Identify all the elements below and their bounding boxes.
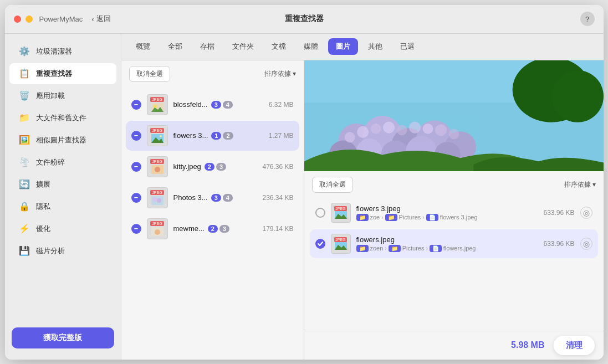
help-button[interactable]: ? [580,12,595,26]
file-badges: 1 2 [211,132,233,140]
chevron-down-icon: ▾ [592,181,596,188]
svg-point-3 [160,135,162,137]
tab-folder[interactable]: 文件夾 [224,38,262,55]
tab-media[interactable]: 媒體 [296,38,326,55]
badge-count: 4 [223,194,233,202]
list-item[interactable]: − JPEG blossfeld... 3 4 [126,90,299,120]
detail-sort-button[interactable]: 排序依據 ▾ [564,180,596,189]
tab-other[interactable]: 其他 [360,38,390,55]
preview-image [304,60,604,171]
sidebar-item-disk[interactable]: 💾 磁片分析 [9,240,116,262]
svg-point-8 [157,198,161,203]
tabs-bar: 概覽 全部 存檔 文件夾 文檔 媒體 圖片 其他 已選 [121,34,604,60]
path-separator: › [426,245,427,252]
tab-all[interactable]: 全部 [160,38,190,55]
detail-list: JPEG flowers 3.jpeg 📁 zoe › � [304,198,604,258]
remove-icon[interactable]: − [131,224,141,234]
disk-icon: 💾 [18,245,30,257]
badge-count: 3 [211,101,221,109]
folder-icon: 📁 [18,112,30,124]
badge-count: 3 [219,225,229,233]
list-item[interactable]: − JPEG mewme... 2 3 [126,214,299,244]
sidebar-item-label: 大文件和舊文件 [36,113,86,123]
list-item[interactable]: − JPEG flowers 3... 1 2 [126,121,299,151]
tab-selected[interactable]: 已選 [392,38,422,55]
close-button[interactable] [14,16,21,23]
chevron-left-icon: ‹ [91,15,94,23]
path-part: zoe [370,214,380,221]
sidebar-item-duplicate[interactable]: 📋 重複查找器 [9,63,116,84]
badge-count: 2 [223,132,233,140]
detail-toolbar: 取消全選 排序依據 ▾ [304,171,604,198]
remove-icon[interactable]: − [131,131,141,141]
tab-doc[interactable]: 文檔 [264,38,294,55]
detail-footer: 5.98 MB 清理 [304,331,604,360]
detail-item[interactable]: JPEG flowers.jpeg 📁 zoen › 📁 [310,229,598,258]
tab-overview[interactable]: 概覽 [128,38,158,55]
detail-item[interactable]: JPEG flowers 3.jpeg 📁 zoe › � [310,198,598,227]
file-thumbnail: JPEG [147,94,168,115]
shred-icon: 🌪️ [18,156,30,168]
badge-count: 3 [211,194,221,202]
detail-scroll: 取消全選 排序依據 ▾ JPEG [304,171,604,331]
app-title: PowerMyMac [39,15,83,23]
sidebar-item-uninstall[interactable]: 🗑️ 應用卸載 [9,85,116,106]
checkbox-unchecked[interactable] [315,208,325,218]
lock-icon: 🔒 [18,201,30,213]
remove-icon[interactable]: − [131,100,141,110]
optimize-icon: ⚡ [18,223,30,235]
minimize-button[interactable] [25,16,33,23]
badge-count: 3 [216,163,226,171]
sidebar-item-label: 隱私 [36,202,50,212]
file-info: kitty.jpeg 2 3 [173,162,257,171]
svg-point-33 [448,129,459,139]
sidebar-item-label: 垃圾清潔器 [36,47,72,57]
sidebar-item-label: 優化 [36,224,50,234]
sidebar-item-label: 重複查找器 [36,69,72,79]
checkbox-checked[interactable] [315,239,325,249]
detail-filename: flowers 3.jpeg [356,204,538,213]
sidebar-item-large[interactable]: 📁 大文件和舊文件 [9,107,116,129]
svg-point-25 [344,132,355,142]
list-toolbar: 取消全選 排序依據 ▾ [121,60,304,88]
badge-count: 1 [211,132,221,140]
sidebar-item-junk[interactable]: ⚙️ 垃圾清潔器 [9,41,116,62]
sidebar-item-optimize[interactable]: ⚡ 優化 [9,218,116,239]
sidebar-item-similar[interactable]: 🖼️ 相似圖片查找器 [9,130,116,151]
path-folder-icon: 📁 [356,245,369,252]
list-item[interactable]: − JPEG kitty.jpeg 2 3 [126,152,299,182]
content-area: 概覽 全部 存檔 文件夾 文檔 媒體 圖片 其他 已選 取消全選 排序依據 [121,34,604,360]
detail-path: 📁 zoen › 📁 Pictures › 📄 flowers.jpeg [356,245,538,252]
titlebar: PowerMyMac ‹ 返回 重複查找器 ? [5,5,604,34]
remove-icon[interactable]: − [131,162,141,172]
sidebar-item-shred[interactable]: 🌪️ 文件粉碎 [9,152,116,173]
split-pane: 取消全選 排序依據 ▾ − JPEG [121,60,604,360]
clean-button[interactable]: 清理 [554,336,595,355]
svg-point-10 [155,229,160,235]
get-full-version-button[interactable]: 獲取完整版 [12,327,114,348]
back-button[interactable]: ‹ 返回 [91,14,110,24]
path-separator: › [422,214,424,221]
remove-icon[interactable]: − [131,193,141,203]
file-name: Photos 3... [173,193,208,202]
detail-filename: flowers.jpeg [356,235,538,244]
path-part: zoen [370,245,384,252]
path-folder-icon: 📄 [430,245,442,252]
file-size: 476.36 KB [262,163,293,171]
detail-action-button[interactable]: ◎ [580,238,592,250]
sidebar-item-label: 文件粉碎 [36,157,65,167]
path-separator: › [381,214,383,221]
image-icon: 🖼️ [18,134,30,146]
detail-action-button[interactable]: ◎ [580,207,592,219]
deselect-all-button[interactable]: 取消全選 [129,66,170,82]
sort-button[interactable]: 排序依據 ▾ [264,69,296,79]
sidebar-item-extend[interactable]: 🔄 擴展 [9,174,116,195]
detail-thumbnail: JPEG [331,203,351,223]
svg-point-29 [396,125,407,135]
tab-archive[interactable]: 存檔 [192,38,222,55]
tab-image[interactable]: 圖片 [328,38,358,55]
list-item[interactable]: − JPEG Photos 3... 3 4 [126,183,299,213]
file-badges: 3 4 [211,194,233,202]
detail-deselect-all-button[interactable]: 取消全選 [312,177,353,193]
sidebar-item-privacy[interactable]: 🔒 隱私 [9,196,116,217]
